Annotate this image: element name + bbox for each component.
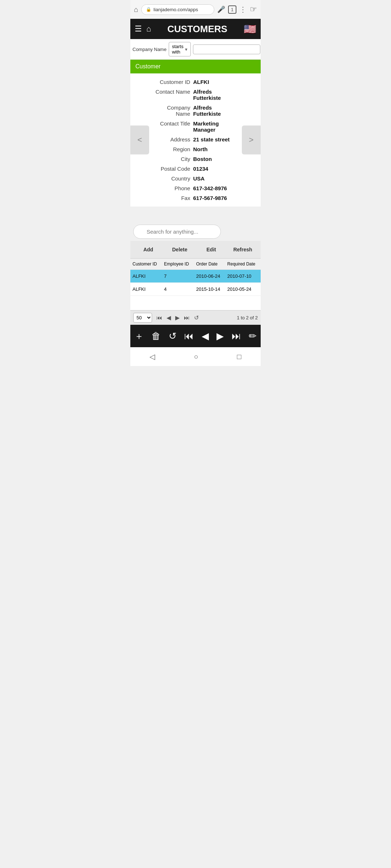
browser-chrome: ⌂ 🔒 lianjademo.com/apps 🎤 1 ⋮ ☞ — [130, 0, 261, 19]
cell-order-date: 2015-10-14 — [194, 283, 225, 296]
bottom-prev-button[interactable]: ◀ — [202, 331, 209, 342]
search-input[interactable] — [193, 44, 260, 54]
bottom-toolbar: ＋ 🗑 ↺ ⏮ ◀ ▶ ⏭ ✏ — [130, 325, 261, 347]
label-contact-title: Contact Title — [152, 120, 193, 127]
browser-menu-icon[interactable]: ⋮ — [239, 5, 247, 14]
refresh-pagination-button[interactable]: ↺ — [193, 314, 200, 322]
back-nav-icon[interactable]: ◁ — [150, 352, 155, 361]
prev-record-button[interactable]: < — [130, 125, 149, 154]
url-text: lianjademo.com/apps — [154, 7, 198, 12]
table-row[interactable]: ALFKI 7 2010-06-24 2010-07-10 — [130, 270, 261, 283]
bottom-refresh-button[interactable]: ↺ — [169, 331, 177, 342]
value-city: Boston — [193, 156, 239, 162]
label-city: City — [152, 156, 193, 162]
detail-row-address: Address 21 state street — [130, 135, 261, 144]
bottom-next-button[interactable]: ▶ — [216, 331, 224, 342]
prev-page-button[interactable]: ◀ — [165, 314, 172, 322]
spacer — [130, 207, 261, 221]
cell-employee-id: 7 — [162, 270, 194, 283]
edit-button[interactable]: Edit — [196, 244, 226, 255]
col-customer-id: Customer ID — [130, 259, 162, 270]
value-region: North — [193, 146, 239, 152]
detail-row-region: Region North — [130, 144, 261, 154]
lock-icon: 🔒 — [146, 7, 151, 12]
bottom-search-input[interactable] — [133, 225, 221, 239]
refresh-button[interactable]: Refresh — [228, 244, 258, 255]
detail-row-city: City Boston — [130, 154, 261, 164]
mic-icon[interactable]: 🎤 — [217, 5, 225, 13]
last-page-button[interactable]: ⏭ — [182, 314, 191, 322]
cursor-icon: ☞ — [250, 5, 257, 14]
cell-employee-id: 4 — [162, 283, 194, 296]
home-nav-icon[interactable]: ○ — [194, 353, 198, 361]
tab-count[interactable]: 1 — [228, 5, 236, 14]
bottom-delete-button[interactable]: 🗑 — [151, 331, 161, 342]
label-address: Address — [152, 136, 193, 142]
value-contact-name: Alfreds Futterkiste — [193, 89, 239, 101]
url-bar[interactable]: 🔒 lianjademo.com/apps — [141, 4, 214, 15]
pagination-info: 1 to 2 of 2 — [237, 315, 258, 320]
label-region: Region — [152, 146, 193, 152]
col-required-date: Required Date — [225, 259, 261, 270]
label-country: Country — [152, 175, 193, 182]
detail-row-country: Country USA — [130, 174, 261, 183]
empty-row — [130, 296, 261, 310]
bottom-search-container: 🔍 — [130, 221, 261, 241]
hamburger-icon[interactable]: ☰ — [135, 24, 142, 34]
label-contact-name: Contact Name — [152, 89, 193, 95]
label-fax: Fax — [152, 195, 193, 201]
flag-icon: 🇺🇸 — [244, 23, 256, 35]
page-title: CUSTOMERS — [151, 24, 244, 35]
home-button[interactable]: ⌂ — [146, 24, 151, 34]
label-postal-code: Postal Code — [152, 166, 193, 172]
label-phone: Phone — [152, 185, 193, 191]
bottom-first-button[interactable]: ⏮ — [184, 331, 194, 342]
customer-detail-card: < Customer ID ALFKI Contact Name Alfreds… — [130, 73, 261, 207]
detail-row-company-name: Company Name Alfreds Futterkiste — [130, 103, 261, 119]
next-page-button[interactable]: ▶ — [174, 314, 181, 322]
data-table-container: Customer ID Employee ID Order Date Requi… — [130, 259, 261, 310]
recents-nav-icon[interactable]: □ — [237, 353, 241, 361]
detail-row-phone: Phone 617-342-8976 — [130, 183, 261, 193]
delete-button[interactable]: Delete — [165, 244, 195, 255]
customer-section-header: Customer — [130, 60, 261, 73]
orders-table: Customer ID Employee ID Order Date Requi… — [130, 259, 261, 310]
page-size-select[interactable]: 50 25 100 — [133, 313, 152, 323]
col-order-date: Order Date — [194, 259, 225, 270]
android-nav-bar: ◁ ○ □ — [130, 347, 261, 366]
value-contact-title: Marketing Manager — [193, 120, 239, 133]
bottom-add-button[interactable]: ＋ — [134, 330, 144, 342]
bottom-last-button[interactable]: ⏭ — [232, 331, 241, 342]
search-field-label: Company Name — [133, 47, 167, 52]
cell-required-date: 2010-05-24 — [225, 283, 261, 296]
cell-order-date: 2010-06-24 — [194, 270, 225, 283]
filter-dropdown[interactable]: starts with ▾ — [169, 42, 191, 56]
value-postal-code: 01234 — [193, 166, 239, 172]
detail-row-postal-code: Postal Code 01234 — [130, 164, 261, 174]
detail-row-customer-id: Customer ID ALFKI — [130, 77, 261, 87]
search-bar: Company Name starts with ▾ 🔍 Se — [130, 39, 261, 60]
value-address: 21 state street — [193, 136, 239, 142]
filter-value: starts with — [172, 44, 184, 55]
label-company-name: Company Name — [152, 105, 193, 117]
table-header-row: Customer ID Employee ID Order Date Requi… — [130, 259, 261, 270]
next-record-button[interactable]: > — [242, 125, 261, 154]
detail-row-contact-title: Contact Title Marketing Manager — [130, 119, 261, 135]
cell-customer-id: ALFKI — [130, 270, 162, 283]
add-button[interactable]: Add — [133, 244, 163, 255]
bottom-edit-button[interactable]: ✏ — [249, 331, 257, 342]
detail-row-fax: Fax 617-567-9876 — [130, 193, 261, 203]
bottom-search-wrapper: 🔍 — [133, 225, 258, 239]
detail-row-contact-name: Contact Name Alfreds Futterkiste — [130, 87, 261, 103]
label-customer-id: Customer ID — [152, 79, 193, 85]
table-row[interactable]: ALFKI 4 2015-10-14 2010-05-24 — [130, 283, 261, 296]
browser-home-icon[interactable]: ⌂ — [134, 5, 138, 14]
col-employee-id: Employee ID — [162, 259, 194, 270]
cell-required-date: 2010-07-10 — [225, 270, 261, 283]
pagination-bar: 50 25 100 ⏮ ◀ ▶ ⏭ ↺ 1 to 2 of 2 — [130, 310, 261, 325]
value-company-name: Alfreds Futterkiste — [193, 105, 239, 117]
value-fax: 617-567-9876 — [193, 195, 239, 201]
table-body: ALFKI 7 2010-06-24 2010-07-10 ALFKI 4 20… — [130, 270, 261, 310]
table-header: Customer ID Employee ID Order Date Requi… — [130, 259, 261, 270]
first-page-button[interactable]: ⏮ — [155, 314, 164, 322]
